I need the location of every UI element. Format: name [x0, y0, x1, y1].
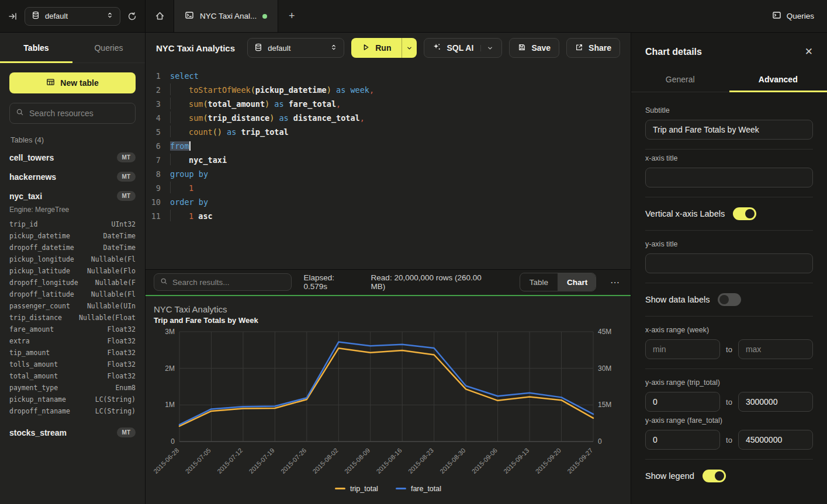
collapse-sidebar-icon[interactable] — [8, 12, 18, 21]
text-cursor — [189, 141, 191, 151]
run-database-value: default — [268, 44, 325, 53]
y-axis-title-input[interactable] — [645, 253, 813, 273]
view-toggle: Table Chart — [520, 273, 596, 291]
new-table-button[interactable]: New table — [9, 72, 136, 93]
sql-editor[interactable]: 1select2toStartOfWeek(pickup_datetime) a… — [146, 63, 631, 269]
run-database-selector[interactable]: default — [247, 38, 344, 58]
x-range-max-input[interactable] — [738, 339, 813, 359]
svg-text:2015-08-30: 2015-08-30 — [438, 446, 466, 474]
table-columns: trip_idUInt32pickup_datetimeDateTimedrop… — [9, 218, 136, 417]
x-range-min-input[interactable] — [645, 339, 720, 359]
resource-search-input[interactable] — [29, 109, 129, 118]
editor-line[interactable]: 4sum(trip_distance) as distance_total, — [146, 111, 631, 125]
column-type: DateTime — [103, 242, 136, 253]
line-number: 4 — [146, 111, 170, 125]
panel-tab-general[interactable]: General — [631, 67, 729, 92]
sql-ai-options-chevron-icon[interactable] — [480, 45, 493, 51]
column-type: DateTime — [103, 230, 136, 242]
toggle-knob — [745, 209, 755, 218]
column-type: Nullable(Fl — [91, 289, 136, 300]
y-range-trip-min-input[interactable] — [645, 392, 720, 412]
legend-item-trip-total[interactable]: trip_total — [335, 485, 378, 493]
table-row[interactable]: nyc_taxiMT — [9, 186, 136, 206]
save-button[interactable]: Save — [509, 38, 559, 58]
y-range-trip-group: y-axis range (trip_total) to — [645, 370, 813, 416]
column-row: dropoff_datetimeDateTime — [9, 242, 136, 253]
close-icon[interactable]: ✕ — [805, 46, 813, 58]
code-token: as — [222, 127, 241, 137]
svg-text:15M: 15M — [598, 401, 611, 409]
x-axis-title-group: x-axis title — [645, 151, 813, 196]
column-type: Float32 — [108, 347, 136, 359]
refresh-icon[interactable] — [127, 12, 137, 21]
run-options-button[interactable] — [402, 38, 417, 58]
editor-line[interactable]: 7nyc_taxi — [146, 153, 631, 167]
table-row[interactable]: cell_towersMT — [9, 148, 136, 167]
sidebar-tab-tables[interactable]: Tables — [0, 33, 72, 62]
more-options-icon[interactable]: ⋯ — [608, 277, 622, 288]
column-type: Nullable(Float — [79, 312, 136, 324]
show-data-labels-toggle[interactable] — [718, 293, 741, 306]
line-code: sum(total_amount) as fare_total, — [170, 97, 341, 111]
editor-line[interactable]: 6from — [146, 139, 631, 153]
column-name: tip_amount — [9, 347, 50, 359]
editor-line[interactable]: 10order by — [146, 195, 631, 209]
line-code: from — [170, 139, 191, 153]
indent-guide — [170, 154, 189, 165]
y-range-trip-max-input[interactable] — [738, 392, 813, 412]
panel-tab-advanced[interactable]: Advanced — [729, 67, 827, 92]
run-button[interactable]: Run — [351, 38, 402, 58]
new-tab-button[interactable]: + — [278, 0, 305, 32]
sql-ai-button[interactable]: SQL AI — [424, 38, 502, 58]
table-row[interactable]: stocks_streamMT — [9, 423, 136, 442]
database-selector-value: default — [45, 12, 101, 20]
database-selector[interactable]: default — [25, 7, 120, 26]
editor-line[interactable]: 2toStartOfWeek(pickup_datetime) as week, — [146, 83, 631, 97]
view-toggle-table[interactable]: Table — [520, 273, 558, 291]
column-row: dropoff_ntanameLC(String) — [9, 405, 136, 417]
share-button-label: Share — [589, 43, 611, 53]
page-title: NYC Taxi Analytics — [156, 43, 240, 53]
code-token: count — [189, 127, 213, 137]
queries-button[interactable]: Queries — [772, 11, 814, 22]
results-search-input[interactable] — [172, 278, 285, 287]
legend-item-fare-total[interactable]: fare_total — [396, 485, 441, 493]
y-range-fare-max-input[interactable] — [738, 430, 813, 450]
column-name: dropoff_latitude — [9, 289, 74, 300]
results-search[interactable] — [154, 273, 292, 291]
query-tab[interactable]: NYC Taxi Anal... — [174, 0, 278, 32]
code-token: sum — [189, 113, 203, 123]
table-row[interactable]: hackernewsMT — [9, 167, 136, 186]
editor-line[interactable]: 1select — [146, 69, 631, 83]
show-legend-label: Show legend — [645, 471, 694, 481]
query-tab-title: NYC Taxi Anal... — [200, 12, 257, 20]
view-toggle-chart[interactable]: Chart — [558, 273, 596, 291]
editor-line[interactable]: 5count() as trip_total — [146, 125, 631, 139]
show-legend-toggle[interactable] — [703, 470, 726, 482]
editor-line[interactable]: 8group by — [146, 167, 631, 181]
column-name: passenger_count — [9, 300, 70, 312]
elapsed-stat: Elapsed: 0.579s — [303, 273, 359, 291]
show-legend-row: Show legend — [645, 461, 813, 491]
resource-search[interactable] — [9, 103, 136, 124]
code-token: () — [213, 127, 222, 137]
home-tab-button[interactable] — [146, 0, 174, 32]
x-axis-title-input[interactable] — [645, 168, 813, 187]
column-type: Enum8 — [115, 382, 136, 394]
subtitle-input[interactable] — [645, 120, 813, 140]
chart-svg[interactable]: 001M15M2M30M3M45M2015-06-282015-07-05201… — [154, 327, 622, 485]
vertical-x-labels-toggle[interactable] — [733, 207, 756, 220]
editor-line[interactable]: 3sum(total_amount) as fare_total, — [146, 97, 631, 111]
code-token: toStartOfWeek — [189, 85, 251, 95]
column-type: Float32 — [108, 359, 136, 370]
editor-line[interactable]: 111 asc — [146, 209, 631, 223]
svg-text:2015-07-05: 2015-07-05 — [184, 446, 212, 474]
terminal-icon — [185, 11, 194, 22]
x-range-label: x-axis range (week) — [645, 326, 813, 334]
share-button[interactable]: Share — [566, 38, 620, 58]
panel-tabs: General Advanced — [631, 67, 827, 92]
editor-line[interactable]: 91 — [146, 181, 631, 195]
y-range-fare-min-input[interactable] — [645, 430, 720, 450]
sidebar-tab-queries[interactable]: Queries — [72, 33, 145, 62]
divider — [645, 149, 813, 150]
